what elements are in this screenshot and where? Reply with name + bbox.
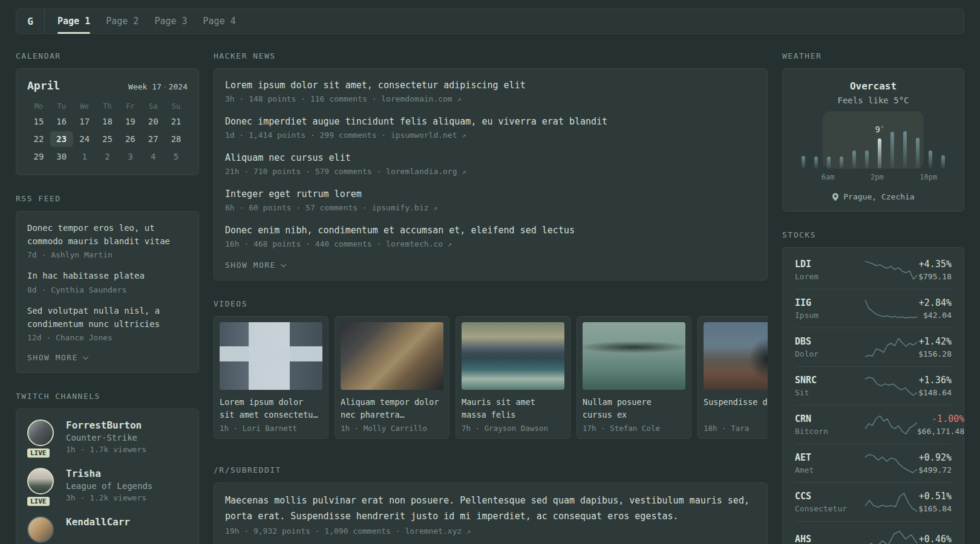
hn-domain-link[interactable]: loremdomain.com [381,94,452,103]
rss-item[interactable]: Donec tempor eros leo, ut commodo mauris… [27,222,188,259]
stock-change: -1.00% [917,413,964,424]
stock-symbol[interactable]: AHS [795,534,865,544]
videos-widget: VIDEOS Lorem ipsum dolor sit amet consec… [214,299,768,439]
rss-item-title[interactable]: In hac habitasse platea [27,270,188,283]
twitch-channel-name[interactable]: ForrestBurton [66,419,146,431]
rss-show-more-button[interactable]: SHOW MORE [27,353,188,362]
hn-item[interactable]: Donec imperdiet augue tincidunt felis al… [225,115,756,140]
video-title[interactable]: Nullam posuere cursus ex [583,396,685,421]
rss-item[interactable]: In hac habitasse platea 8d · Cynthia Sau… [27,270,188,294]
stock-row[interactable]: CRNBitcorn -1.00%$66,171.48 [795,405,952,444]
stock-symbol[interactable]: SNRC [795,375,865,386]
stock-symbol[interactable]: AET [795,452,865,463]
tab-page-4[interactable]: Page 4 [195,9,244,33]
hn-domain-link[interactable]: loremlandia.org [386,167,457,176]
stock-change: +2.84% [919,297,952,308]
hn-item-title[interactable]: Aliquam nec cursus elit [225,152,756,164]
calendar-day: 19 [119,114,142,129]
subreddit-post[interactable]: Maecenas mollis pulvinar erat non posuer… [225,493,756,536]
stock-name: Consectetur [795,504,865,513]
stock-price: $795.18 [918,272,952,281]
video-thumbnail [341,322,443,390]
stock-price: $156.28 [918,349,952,358]
video-title[interactable]: Aliquam tempor dolor nec pharetra… [341,396,443,421]
stock-row[interactable]: AHS +0.46% [795,521,952,544]
location-pin-icon [832,193,839,201]
rss-item-title[interactable]: Sed volutpat nulla nisl, a condimentum n… [27,305,188,331]
twitch-avatar-wrap [27,516,55,543]
rss-item-title[interactable]: Donec tempor eros leo, ut commodo mauris… [27,222,188,248]
calendar-day: 27 [142,131,165,147]
twitch-channel-row[interactable]: LIVE ForrestBurton Counter-Strike 1h · 1… [27,419,188,454]
tab-page-2[interactable]: Page 2 [98,9,146,33]
calendar-header: April Week 17·2024 [27,79,188,92]
weather-chart: 9°6am2pm10pm [797,121,949,176]
stock-row[interactable]: CCSConsectetur +0.51%$165.84 [795,482,952,521]
video-title[interactable]: Mauris sit amet massa felis [462,396,564,421]
hn-item-title[interactable]: Lorem ipsum dolor sit amet, consectetur … [225,79,756,92]
weather-hour-label [858,173,871,181]
tab-page-3[interactable]: Page 3 [146,9,195,33]
video-card[interactable]: Aliquam tempor dolor nec pharetra… 1h · … [335,316,449,439]
external-link-icon: ↗ [466,527,471,536]
subreddit-domain-link[interactable]: loremnet.xyz [405,526,462,536]
hn-domain-link[interactable]: ipsumify.biz [372,203,429,212]
hn-item-title[interactable]: Donec enim nibh, condimentum et accumsan… [225,224,756,237]
stock-row[interactable]: IIGIpsum +2.84%$42.04 [795,289,952,328]
calendar-day: 1 [73,149,96,164]
stock-change: +0.51% [918,491,952,502]
stock-name: Bitcorn [795,427,865,436]
stock-symbol[interactable]: IIG [795,297,865,308]
video-card[interactable]: Lorem ipsum dolor sit amet consectetu… 1… [214,316,328,439]
hn-item[interactable]: Aliquam nec cursus elit 21h · 710 points… [225,152,756,176]
hn-item[interactable]: Integer eget rutrum lorem 6h · 60 points… [225,188,756,212]
right-column: WEATHER Overcast Feels like 5°C 9°6am2pm… [782,51,964,544]
subreddit-post-title[interactable]: Maecenas mollis pulvinar erat non posuer… [225,493,756,524]
stock-symbol[interactable]: DBS [795,336,865,347]
weather-bar-4pm [886,121,898,169]
video-title[interactable]: Lorem ipsum dolor sit amet consectetu… [220,396,322,421]
left-column: CALENDAR April Week 17·2024 MoTuWeThFrSa… [16,51,199,544]
hn-domain-link[interactable]: loremtech.co [386,239,443,248]
weather-hour-label [884,173,896,181]
rss-item-meta: 12d · Chance Jones [27,333,188,342]
weather-location[interactable]: Prague, Czechia [795,192,952,201]
hn-item[interactable]: Lorem ipsum dolor sit amet, consectetur … [225,79,756,103]
show-more-label: SHOW MORE [27,353,78,362]
calendar-week-year: Week 17·2024 [128,82,188,91]
rss-item[interactable]: Sed volutpat nulla nisl, a condimentum n… [27,305,188,342]
stock-symbol[interactable]: LDI [795,259,865,270]
stock-row[interactable]: DBSDolor +1.42%$156.28 [795,328,952,366]
calendar-widget: CALENDAR April Week 17·2024 MoTuWeThFrSa… [16,51,199,175]
stock-row[interactable]: AETAmet +0.92%$499.72 [795,444,952,482]
hn-domain-link[interactable]: ipsumworld.net [391,131,457,140]
video-card[interactable]: Suspendisse diam 18h · Tara [697,316,768,439]
twitch-channel-row[interactable]: LIVE Trisha League of Legends 3h · 1.2k … [27,468,188,502]
calendar-weekday-header: Mo [27,99,50,112]
app-logo[interactable]: G [16,9,45,33]
stocks-card: LDILorem +4.35%$795.18 IIGIpsum +2.84%$4… [782,247,964,544]
tab-page-1[interactable]: Page 1 [50,9,98,33]
hn-item[interactable]: Donec enim nibh, condimentum et accumsan… [225,224,756,248]
video-title[interactable]: Suspendisse diam [704,396,768,421]
hn-show-more-button[interactable]: SHOW MORE [225,261,756,270]
twitch-channel-name[interactable]: Trisha [66,468,152,479]
hn-item-title[interactable]: Integer eget rutrum lorem [225,188,756,201]
hackernews-section-title: HACKER NEWS [214,51,768,60]
stock-symbol[interactable]: CRN [795,413,865,424]
weather-bar-8am [835,121,848,169]
stock-symbol[interactable]: CCS [795,491,865,502]
twitch-channel-row[interactable]: KendallCarr [27,516,188,543]
hn-item-title[interactable]: Donec imperdiet augue tincidunt felis al… [225,115,756,128]
calendar-day: 16 [50,114,73,129]
hn-meta-text: 3h · 148 points · 116 comments · [225,94,381,103]
stock-row[interactable]: SNRCSit +1.36%$148.64 [795,366,952,405]
twitch-channel-name[interactable]: KendallCarr [66,516,130,528]
video-card[interactable]: Nullam posuere cursus ex 17h · Stefan Co… [577,316,691,439]
rss-section-title: RSS FEED [16,194,199,203]
twitch-game: Counter-Strike [66,433,146,442]
twitch-meta: 3h · 1.2k viewers [66,493,152,502]
hn-item-meta: 21h · 710 points · 579 comments · loreml… [225,167,756,176]
stock-row[interactable]: LDILorem +4.35%$795.18 [795,251,952,289]
video-card[interactable]: Mauris sit amet massa felis 7h · Grayson… [456,316,570,439]
